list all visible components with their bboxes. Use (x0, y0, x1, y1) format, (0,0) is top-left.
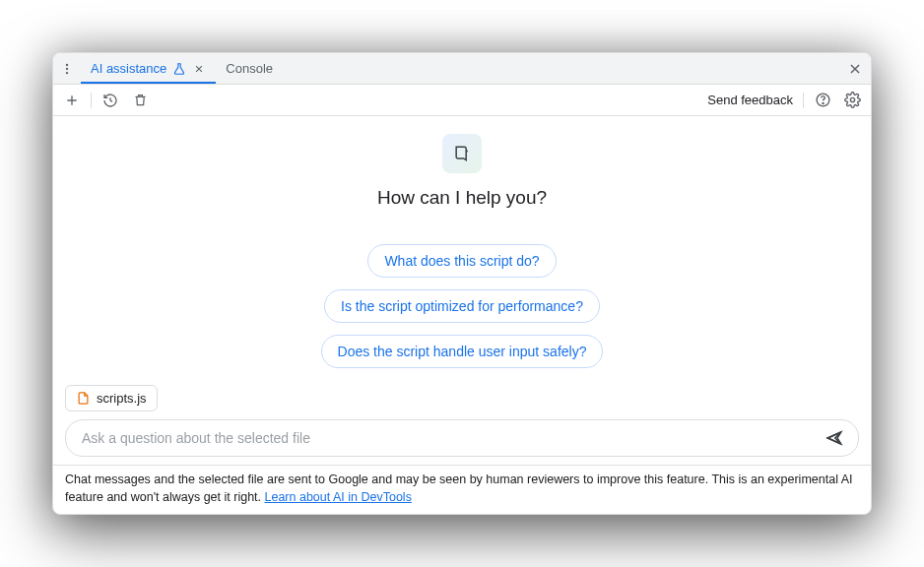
help-button[interactable] (810, 88, 835, 113)
chat-input-box (65, 419, 859, 457)
disclaimer: Chat messages and the selected file are … (53, 465, 871, 514)
ai-sparkle-icon (442, 134, 482, 173)
divider (91, 93, 92, 108)
tab-label: AI assistance (91, 61, 166, 76)
chat-input[interactable] (82, 430, 821, 446)
context-row: scripts.js (53, 385, 871, 411)
history-button[interactable] (98, 88, 123, 113)
svg-point-5 (850, 97, 854, 101)
svg-point-1 (66, 67, 68, 69)
more-menu-button[interactable] (53, 62, 81, 76)
devtools-panel: AI assistance Console Send feedback (52, 52, 872, 515)
svg-point-4 (822, 102, 823, 103)
suggestion-chip[interactable]: What does this script do? (367, 244, 556, 278)
suggestion-chip[interactable]: Is the script optimized for performance? (324, 289, 600, 323)
send-feedback-link[interactable]: Send feedback (703, 93, 797, 107)
svg-point-0 (66, 63, 68, 65)
input-row (53, 419, 871, 465)
tab-bar: AI assistance Console (53, 53, 871, 85)
suggestion-chip[interactable]: Does the script handle user input safely… (321, 335, 604, 368)
suggestions-list: What does this script do? Is the script … (321, 244, 604, 368)
settings-button[interactable] (839, 88, 865, 113)
hero-title: How can I help you? (377, 187, 547, 209)
tab-label: Console (226, 61, 273, 76)
tab-console[interactable]: Console (216, 53, 283, 84)
send-button[interactable] (821, 424, 848, 452)
flask-icon (172, 62, 186, 76)
file-context-chip[interactable]: scripts.js (65, 385, 158, 411)
svg-point-2 (66, 71, 68, 73)
delete-button[interactable] (127, 88, 153, 113)
toolbar: Send feedback (53, 85, 871, 116)
file-name: scripts.js (97, 391, 147, 406)
tab-ai-assistance[interactable]: AI assistance (81, 53, 216, 84)
close-panel-button[interactable] (839, 62, 871, 76)
learn-more-link[interactable]: Learn about AI in DevTools (265, 490, 412, 504)
new-chat-button[interactable] (59, 88, 85, 113)
close-tab-button[interactable] (192, 62, 206, 76)
divider (803, 93, 804, 108)
main-content: How can I help you? What does this scrip… (53, 116, 871, 465)
file-icon (76, 391, 91, 406)
disclaimer-text: Chat messages and the selected file are … (65, 472, 853, 504)
